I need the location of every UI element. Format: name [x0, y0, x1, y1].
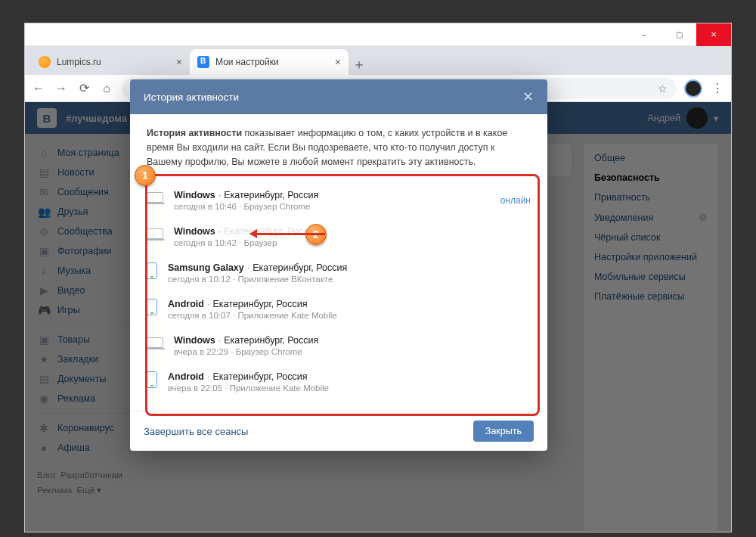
maximize-button[interactable]: ▢	[662, 23, 696, 46]
tab-strip: Lumpics.ru × Мои настройки × ＋	[25, 46, 731, 75]
sessions-list: Windows·Екатеринбург, Россия сегодня в 1…	[130, 178, 547, 411]
phone-icon	[147, 371, 157, 388]
laptop-icon	[147, 337, 163, 348]
new-tab-button[interactable]: ＋	[349, 54, 370, 75]
session-text: Windows·Екатеринбург, Россия вчера в 22:…	[174, 335, 318, 356]
session-text: Android·Екатеринбург, Россия сегодня в 1…	[168, 299, 337, 320]
device-name: Windows	[174, 226, 215, 237]
laptop-icon	[147, 228, 163, 239]
close-tab-icon[interactable]: ×	[176, 56, 182, 68]
annotation-badge-1: 1	[135, 165, 156, 186]
session-time: сегодня в 10:12 · Приложение ВКонтакте	[168, 275, 347, 284]
session-time: вчера в 22:05 · Приложение Kate Mobile	[168, 383, 329, 393]
modal-close-button[interactable]: ✕	[522, 88, 534, 105]
session-time: вчера в 22:29 · Браузер Chrome	[174, 347, 318, 356]
favicon-lumpics	[39, 56, 51, 68]
activity-history-modal: История активности ✕ История активности …	[130, 79, 547, 451]
session-text: Android·Екатеринбург, Россия вчера в 22:…	[168, 371, 329, 393]
menu-button[interactable]: ⋮	[710, 81, 725, 95]
tab-label: Lumpics.ru	[57, 57, 101, 67]
forward-button[interactable]: →	[54, 82, 69, 95]
tab-vk-settings[interactable]: Мои настройки ×	[190, 49, 349, 75]
minimize-button[interactable]: –	[627, 23, 662, 46]
location-text: Екатеринбург, Россия	[224, 226, 318, 237]
favicon-vk	[197, 56, 209, 68]
session-row[interactable]: Windows·Екатеринбург, Россия вчера в 22:…	[147, 327, 531, 364]
back-button[interactable]: ←	[31, 82, 46, 95]
window-titlebar: – ▢ ✕	[25, 23, 731, 46]
annotation-arrow	[251, 233, 325, 235]
session-text: Samsung Galaxy·Екатеринбург, Россия сего…	[168, 262, 347, 284]
location-text: Екатеринбург, Россия	[253, 262, 347, 273]
location-text: Екатеринбург, Россия	[224, 335, 318, 346]
location-text: Екатеринбург, Россия	[212, 371, 307, 382]
device-name: Windows	[174, 190, 215, 200]
session-row[interactable]: Samsung Galaxy·Екатеринбург, Россия сего…	[147, 255, 531, 291]
session-time: сегодня в 10:46 · Браузер Chrome	[174, 202, 318, 211]
close-tab-icon[interactable]: ×	[335, 56, 341, 68]
location-text: Екатеринбург, Россия	[212, 299, 307, 309]
device-name: Android	[168, 299, 204, 309]
session-row[interactable]: Android·Екатеринбург, Россия сегодня в 1…	[147, 291, 531, 327]
desc-bold: История активности	[147, 128, 242, 138]
laptop-icon	[147, 192, 163, 203]
modal-description: История активности показывает информацию…	[130, 114, 547, 178]
tab-label: Мои настройки	[215, 57, 279, 67]
session-text: Windows·Екатеринбург, Россия сегодня в 1…	[174, 190, 318, 211]
session-time: сегодня в 10:07 · Приложение Kate Mobile	[168, 311, 337, 320]
phone-icon	[147, 262, 157, 279]
home-button[interactable]: ⌂	[99, 82, 114, 95]
location-text: Екатеринбург, Россия	[224, 190, 318, 200]
session-row[interactable]: Windows·Екатеринбург, Россия сегодня в 1…	[147, 219, 531, 255]
profile-avatar[interactable]	[684, 79, 702, 98]
modal-header: История активности ✕	[130, 79, 547, 114]
close-window-button[interactable]: ✕	[696, 23, 731, 46]
end-all-sessions-link[interactable]: Завершить все сеансы	[144, 426, 248, 437]
device-name: Android	[168, 371, 204, 382]
modal-title: История активности	[144, 92, 239, 103]
close-modal-button[interactable]: Закрыть	[473, 421, 534, 442]
reload-button[interactable]: ⟳	[76, 81, 91, 95]
tab-lumpics[interactable]: Lumpics.ru ×	[31, 49, 190, 75]
bookmark-star-icon[interactable]: ☆	[658, 82, 668, 95]
phone-icon	[147, 299, 157, 315]
device-name: Windows	[174, 335, 215, 346]
modal-footer: Завершить все сеансы Закрыть	[130, 411, 547, 451]
device-name: Samsung Galaxy	[168, 262, 244, 273]
session-time: сегодня в 10:42 · Браузер	[174, 238, 318, 247]
session-row[interactable]: Android·Екатеринбург, Россия вчера в 22:…	[147, 364, 531, 400]
online-label: онлайн	[500, 195, 531, 206]
session-row[interactable]: Windows·Екатеринбург, Россия сегодня в 1…	[147, 182, 531, 219]
